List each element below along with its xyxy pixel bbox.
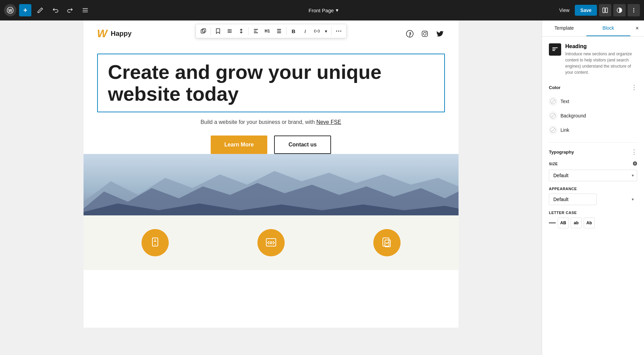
- capitalize-button[interactable]: Ab: [584, 217, 595, 228]
- size-label: SIZE ⚙: [549, 160, 637, 167]
- bg-color-swatch[interactable]: [549, 112, 557, 120]
- feature-icon-1: [141, 229, 169, 256]
- link-color-inner: [550, 127, 556, 133]
- typography-more-button[interactable]: ⋮: [631, 148, 637, 156]
- typography-section: Typography ⋮ SIZE ⚙ Default ▾ APPEARANCE: [549, 148, 637, 228]
- view-button[interactable]: View: [556, 5, 573, 15]
- right-panel: Template Block × Heading Introduce new s…: [542, 20, 644, 355]
- color-text-row[interactable]: Text: [549, 96, 637, 107]
- layout-toggle-button[interactable]: [599, 4, 611, 16]
- wp-logo[interactable]: W: [4, 4, 16, 16]
- link-button[interactable]: [311, 26, 322, 37]
- svg-point-7: [633, 12, 634, 13]
- svg-point-17: [229, 32, 230, 33]
- toolbar-divider: [210, 27, 211, 35]
- toolbar-divider-2: [248, 27, 249, 35]
- color-more-button[interactable]: ⋮: [631, 84, 637, 91]
- svg-point-25: [336, 31, 337, 32]
- link-color-swatch[interactable]: [549, 126, 557, 134]
- size-label-text: SIZE: [549, 162, 558, 166]
- toolbar-divider-4: [331, 27, 331, 35]
- block-grid-button[interactable]: [224, 26, 235, 37]
- main-layout: H1 B I ▾: [0, 20, 644, 355]
- block-move-button[interactable]: [236, 26, 246, 37]
- feature-icon-2: [257, 229, 285, 256]
- feature-icon-3: [373, 229, 401, 256]
- bg-color-inner: [550, 113, 556, 118]
- menu-button[interactable]: [79, 4, 91, 16]
- block-copy-button[interactable]: [198, 26, 209, 37]
- block-info: Heading Introduce new sections and organ…: [549, 43, 637, 75]
- svg-point-13: [228, 31, 229, 32]
- facebook-icon[interactable]: [405, 29, 415, 39]
- canvas-area[interactable]: H1 B I ▾: [0, 20, 542, 355]
- bold-button[interactable]: B: [288, 26, 299, 37]
- redo-button[interactable]: [64, 4, 76, 16]
- block-align-button[interactable]: [250, 26, 261, 37]
- text-align-button[interactable]: [273, 26, 284, 37]
- svg-point-26: [338, 31, 339, 32]
- block-bookmark-button[interactable]: [212, 26, 223, 37]
- learn-more-button[interactable]: Learn More: [211, 136, 267, 154]
- svg-rect-3: [605, 8, 608, 13]
- svg-point-6: [633, 10, 634, 11]
- text-color-swatch[interactable]: [549, 97, 557, 105]
- letter-case-label: LETTER CASE: [549, 211, 637, 215]
- twitter-icon[interactable]: [435, 29, 445, 39]
- lowercase-button[interactable]: ab: [571, 217, 582, 228]
- instagram-icon[interactable]: [420, 29, 430, 39]
- svg-point-30: [423, 32, 426, 35]
- page-title-arrow: ▾: [336, 7, 339, 13]
- svg-rect-19: [254, 29, 258, 30]
- top-bar: W + Front Page ▾ View Save: [0, 0, 644, 20]
- heading-block[interactable]: Create and grow your unique website toda…: [97, 54, 445, 112]
- appearance-label: APPEARANCE: [549, 187, 637, 191]
- svg-rect-21: [254, 32, 258, 33]
- contact-us-button[interactable]: Contact us: [274, 136, 331, 154]
- tab-template[interactable]: Template: [542, 20, 586, 36]
- block-icon: [549, 43, 561, 56]
- color-link-row[interactable]: Link: [549, 125, 637, 136]
- size-select[interactable]: Default: [549, 170, 637, 181]
- canvas-scroll: H1 B I ▾: [0, 20, 542, 328]
- svg-rect-22: [277, 29, 281, 30]
- appearance-select-arrow: ▾: [632, 197, 634, 202]
- svg-point-14: [229, 31, 230, 32]
- typography-header: Typography ⋮: [549, 148, 637, 156]
- svg-point-18: [230, 32, 231, 33]
- undo-button[interactable]: [49, 4, 61, 16]
- uppercase-button[interactable]: AB: [558, 217, 569, 228]
- edit-mode-button[interactable]: [34, 4, 46, 16]
- add-block-button[interactable]: +: [19, 4, 31, 16]
- landscape-image: [84, 154, 459, 215]
- tab-block[interactable]: Block: [586, 20, 631, 36]
- color-bg-row[interactable]: Background: [549, 110, 637, 121]
- dark-mode-toggle[interactable]: [613, 4, 626, 16]
- svg-rect-20: [254, 31, 256, 31]
- heading-level-button[interactable]: H1: [262, 26, 273, 37]
- format-dropdown-button[interactable]: ▾: [323, 27, 329, 35]
- more-options-tb-button[interactable]: [333, 26, 344, 37]
- more-options-button[interactable]: [628, 4, 640, 16]
- close-panel-button[interactable]: ×: [630, 22, 644, 35]
- svg-rect-8: [201, 30, 204, 33]
- page-title-text: Front Page: [309, 8, 334, 13]
- italic-button[interactable]: I: [300, 26, 311, 37]
- svg-text:W: W: [8, 8, 12, 13]
- size-controls-icon[interactable]: ⚙: [632, 160, 638, 167]
- appearance-select[interactable]: Default: [549, 194, 597, 205]
- svg-rect-24: [277, 32, 281, 33]
- svg-point-11: [229, 29, 230, 30]
- section-divider: [549, 142, 637, 143]
- neve-link[interactable]: Neve FSE: [316, 119, 341, 125]
- letter-case-row: AB ab Ab: [549, 217, 637, 228]
- svg-rect-2: [603, 8, 605, 13]
- color-section-title: Color: [549, 85, 560, 90]
- block-desc: Introduce new sections and organize cont…: [565, 51, 637, 75]
- link-color-label: Link: [560, 127, 569, 133]
- svg-point-38: [270, 242, 272, 244]
- text-color-inner: [550, 99, 556, 104]
- save-button[interactable]: Save: [575, 5, 597, 16]
- svg-point-31: [426, 32, 427, 32]
- page-title-button[interactable]: Front Page ▾: [305, 5, 342, 15]
